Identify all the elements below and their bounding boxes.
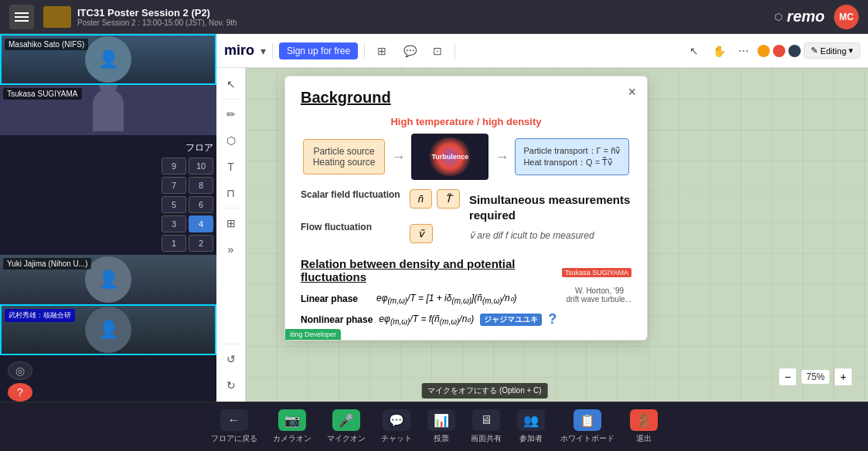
miro-logo: miro <box>224 42 254 59</box>
session-info: ITC31 Poster Session 2 (P2) Poster Sessi… <box>43 6 765 28</box>
floor-cell-8[interactable]: 8 <box>189 177 213 194</box>
participant-name-2: Tsukasa SUGIYAMA <box>3 88 82 100</box>
menu-button[interactable] <box>9 5 34 29</box>
tool-cursor[interactable]: ↖ <box>683 40 705 62</box>
flow-label: Flow fluctuation <box>301 222 400 232</box>
zoom-in-button[interactable]: + <box>834 368 853 386</box>
floor-cell-1[interactable]: 1 <box>162 235 186 252</box>
difficult-text: ṽ are dif f icult to be measured <box>469 230 630 241</box>
mic-tooltip: マイクをオフにする (Option + C) <box>421 383 548 398</box>
tool-expand[interactable]: » <box>220 238 243 261</box>
mic-icon: 🎤 <box>332 409 360 431</box>
vote-button[interactable]: 📊 投票 <box>427 409 455 444</box>
screen-share-button[interactable]: 🖥 画面共有 <box>471 409 502 444</box>
floor-cell-3[interactable]: 3 <box>162 215 186 232</box>
floor-cell-2[interactable]: 2 <box>189 235 213 252</box>
main-area: 👤 Masahiko Sato (NIFS) Tsukasa SUGIYAMA … <box>0 34 868 402</box>
share-button[interactable]: ⬡ remo <box>774 8 825 25</box>
left-panel: 👤 Masahiko Sato (NIFS) Tsukasa SUGIYAMA … <box>0 34 216 402</box>
zoom-out-button[interactable]: − <box>778 368 797 386</box>
participants-label: 参加者 <box>519 433 543 444</box>
popup-title: Background <box>301 89 631 107</box>
floor-cell-6[interactable]: 6 <box>189 196 213 213</box>
floor-cell-5[interactable]: 5 <box>162 196 186 213</box>
fluctuation-section: Scalar field fluctuation Flow fluctuatio… <box>301 189 631 243</box>
bottom-bar: ← フロアに戻る 📷 カメラオン 🎤 マイクオン 💬 チャット 📊 投票 🖥 画… <box>0 402 868 451</box>
tool-connect[interactable]: ⊞ <box>220 212 243 235</box>
tool-select[interactable]: ↖ <box>220 73 243 96</box>
miro-toolbar: miro ▾ Sign up for free ⊞ 💬 ⊡ ↖ ✋ ⋯ ✎ Ed… <box>216 34 868 68</box>
editing-button[interactable]: ✎ Editing ▾ <box>804 42 860 59</box>
horton-note: W. Horton, '99 <box>575 287 624 295</box>
popup-close-button[interactable]: × <box>628 84 636 100</box>
back-icon: ← <box>220 409 248 431</box>
background-popup: × Background High temperature / high den… <box>284 76 648 341</box>
tool-frames[interactable]: ⊞ <box>371 40 393 62</box>
signup-button[interactable]: Sign up for free <box>279 42 358 59</box>
linear-phase-label: Linear phase <box>301 293 370 304</box>
notification-button[interactable]: ? <box>8 383 32 402</box>
floor-cell-9[interactable]: 9 <box>162 158 186 175</box>
back-to-floor-button[interactable]: ← フロアに戻る <box>211 409 257 444</box>
exit-button[interactable]: 🚪 退出 <box>630 409 658 444</box>
yuki-badge: ジャジマユユキ <box>480 314 542 326</box>
scalar-boxes: ñ T̃ <box>410 189 460 209</box>
floor-label: フロア <box>3 141 213 154</box>
exit-icon: 🚪 <box>630 409 658 431</box>
particle-source-box: Particle sourceHeating source <box>303 139 386 175</box>
floor-section: フロア 9 10 7 8 5 6 3 4 1 2 <box>0 138 216 255</box>
tool-grid[interactable]: ⊡ <box>427 40 448 62</box>
scan-button[interactable]: ◎ <box>8 361 32 380</box>
session-title: ITC31 Poster Session 2 (P2) <box>77 7 237 19</box>
divider-2 <box>364 43 365 59</box>
camera-label: カメラオン <box>273 433 311 444</box>
zoom-controls: − 75% + <box>778 368 853 386</box>
chat-button[interactable]: 💬 チャット <box>381 409 412 444</box>
video-item-4: 👤 武村秀雄：核融合研 <box>0 304 216 355</box>
tool-comment[interactable]: 💬 <box>399 40 420 62</box>
tool-redo[interactable]: ↻ <box>220 374 243 397</box>
arrow-1: → <box>391 149 405 165</box>
miro-dropdown[interactable]: ▾ <box>260 45 266 57</box>
scalar-label: Scalar field fluctuation <box>301 189 400 200</box>
tool-shapes[interactable]: ⬡ <box>220 129 243 152</box>
participants-button[interactable]: 👥 参加者 <box>517 409 545 444</box>
editing-dev-text: iting Developer <box>290 331 336 338</box>
floor-cell-7[interactable]: 7 <box>162 177 186 194</box>
tool-hand[interactable]: ✋ <box>708 40 730 62</box>
miro-area: miro ▾ Sign up for free ⊞ 💬 ⊡ ↖ ✋ ⋯ ✎ Ed… <box>216 34 868 402</box>
camera-button[interactable]: 📷 カメラオン <box>273 409 311 444</box>
whiteboard-label: ホワイトボード <box>560 433 614 444</box>
tool-pen[interactable]: ✏ <box>220 103 243 126</box>
turbulence-label: Turbulence <box>432 153 469 161</box>
participant-name-4: 武村秀雄：核融合研 <box>5 309 75 322</box>
nonlinear-phase-row: Nonlinear phase eφ(m,ω)/T = f(ñ(m,ω)/n₀)… <box>301 311 631 327</box>
whiteboard-button[interactable]: 📋 ホワイトボード <box>560 409 614 444</box>
flow-box-row: ṽ <box>410 224 460 243</box>
tool-undo[interactable]: ↺ <box>220 348 243 371</box>
tool-extra[interactable]: ⋯ <box>733 40 754 62</box>
floor-cell-4[interactable]: 4 <box>189 215 213 232</box>
tool-sticky[interactable]: ⊓ <box>220 181 243 205</box>
session-thumbnail <box>43 6 71 28</box>
mic-label: マイクオン <box>327 433 366 444</box>
editing-dev-badge: iting Developer <box>285 329 341 340</box>
video-item-2: Tsukasa SUGIYAMA <box>0 85 216 135</box>
participant-name-3: Yuki Jajima (Nihon U...) <box>3 258 91 270</box>
tool-divider-2 <box>222 208 240 209</box>
simultaneous-text: Simultaneous measurementsrequired <box>469 192 630 222</box>
tool-right-group: ↖ ✋ ⋯ ✎ Editing ▾ <box>683 40 860 62</box>
chat-label: チャット <box>381 433 412 444</box>
fluct-desc-col: Simultaneous measurementsrequired ṽ are … <box>469 189 630 241</box>
nonlinear-phase-label: Nonlinear phase <box>301 314 373 325</box>
tool-divider-1 <box>222 99 240 100</box>
divider-1 <box>272 43 273 59</box>
floor-cell-10[interactable]: 10 <box>189 158 213 175</box>
avatar-button[interactable]: MC <box>834 5 859 29</box>
v-tilde-box: ṽ <box>410 224 433 243</box>
hamburger-icon <box>15 16 29 18</box>
video-item-3: 👤 Yuki Jajima (Nihon U...) <box>0 255 216 305</box>
vote-icon: 📊 <box>427 409 455 431</box>
tool-text[interactable]: T <box>220 155 243 178</box>
mic-button[interactable]: 🎤 マイクオン <box>327 409 366 444</box>
